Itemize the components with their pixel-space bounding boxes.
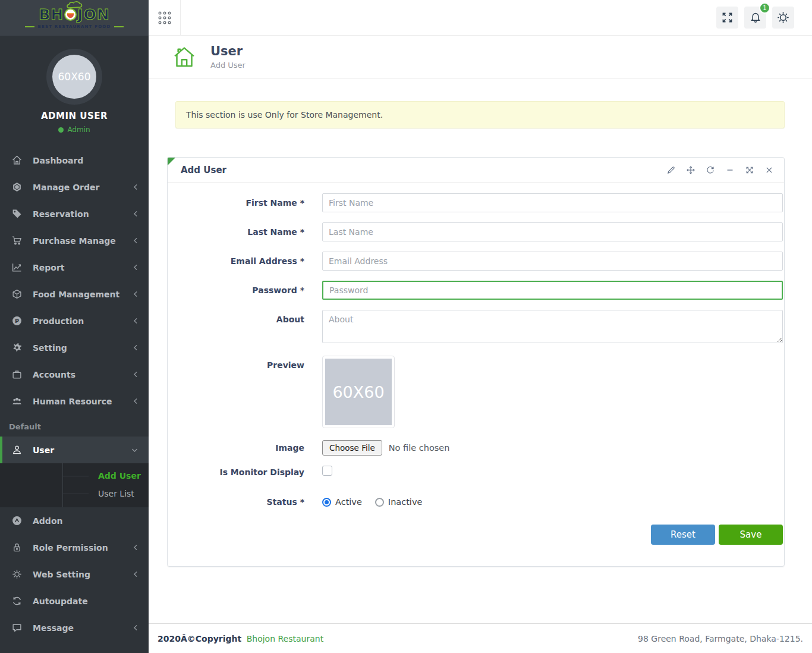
chevron-left-icon (133, 624, 138, 631)
sidebar-item-label: Autoupdate (33, 597, 138, 606)
sidebar-item-purchase-manage[interactable]: Purchase Manage (0, 227, 149, 254)
info-alert: This section is use Only for Store Manag… (175, 101, 785, 128)
choose-file-button[interactable]: Choose File (322, 440, 382, 456)
page-subtitle: Add User (210, 61, 246, 70)
avatar[interactable]: 60X60 (52, 55, 96, 99)
sidebar-item-human-resource[interactable]: Human Resource (0, 388, 149, 415)
status-radio-active[interactable]: Active (322, 497, 362, 507)
preview-label: Preview (180, 356, 322, 370)
logo[interactable]: BH JON BEST RESTAURANT FOOD (0, 0, 149, 36)
chevron-left-icon (133, 318, 138, 324)
submenu-item-user-list[interactable]: User List (0, 485, 149, 503)
topbar: 1 (149, 0, 812, 36)
content: This section is use Only for Store Manag… (149, 79, 812, 567)
status-radio-inactive[interactable]: Inactive (375, 497, 423, 507)
about-textarea[interactable] (322, 310, 783, 343)
notification-badge: 1 (759, 2, 770, 14)
chevron-left-icon (133, 237, 138, 244)
submenu-item-add-user[interactable]: Add User (0, 467, 149, 485)
gear-outline-icon (12, 569, 23, 580)
home-icon (12, 155, 23, 166)
sidebar-item-label: Setting (33, 343, 133, 353)
last-name-label: Last Name * (180, 227, 322, 237)
status-label: Status * (180, 497, 322, 507)
footer-address: 98 Green Road, Farmgate, Dhaka-1215. (638, 634, 803, 643)
collapse-icon[interactable] (726, 166, 734, 174)
circle-a-icon (12, 516, 23, 526)
move-icon[interactable] (687, 166, 695, 174)
company-link[interactable]: Bhojon Restaurant (247, 634, 323, 643)
settings-button[interactable] (772, 7, 794, 29)
chef-hat-icon (65, 0, 84, 9)
sidebar-item-addon[interactable]: Addon (0, 507, 149, 534)
sidebar-item-production[interactable]: P Production (0, 307, 149, 334)
profile-name: ADMIN USER (0, 111, 149, 121)
sidebar-item-web-setting[interactable]: Web Setting (0, 561, 149, 588)
sidebar-item-label: Message (33, 623, 133, 633)
refresh-icon (12, 596, 23, 607)
edit-icon[interactable] (667, 166, 675, 174)
main-area: 1 User Add User This section is use Only… (149, 0, 812, 653)
about-label: About (180, 310, 322, 324)
radio-label: Inactive (388, 497, 423, 507)
is-monitor-display-label: Is Monitor Display (180, 467, 322, 477)
bell-icon (750, 12, 761, 24)
chevron-left-icon (133, 344, 138, 351)
sidebar-item-label: Accounts (33, 370, 133, 379)
svg-text:P: P (15, 318, 19, 324)
sidebar-item-food-management[interactable]: Food Management (0, 281, 149, 307)
chat-icon (12, 623, 23, 633)
email-input[interactable] (322, 252, 783, 271)
sidebar-item-autoupdate[interactable]: Autoupdate (0, 588, 149, 614)
fullscreen-icon (722, 12, 733, 23)
expand-icon[interactable] (745, 166, 754, 174)
sidebar-item-manage-order[interactable]: Manage Order (0, 174, 149, 200)
reload-icon[interactable] (706, 166, 715, 174)
logo-tagline: BEST RESTAURANT FOOD (37, 24, 111, 29)
tagline-dash-left (25, 26, 34, 27)
sidebar-item-role-permission[interactable]: Role Permission (0, 534, 149, 561)
sidebar-item-dashboard[interactable]: Dashboard (0, 147, 149, 174)
sidebar: BH JON BEST RESTAURANT FOOD 60X60 ADMIN … (0, 0, 149, 653)
sidebar-item-setting[interactable]: Setting (0, 334, 149, 361)
sidebar-section-default: Default (0, 415, 149, 437)
fullscreen-button[interactable] (716, 7, 738, 29)
lock-icon (12, 542, 23, 553)
sidebar-item-report[interactable]: Report (0, 254, 149, 281)
add-user-card: Add User (167, 157, 785, 567)
chevron-down-icon (131, 448, 138, 453)
sidebar-item-message[interactable]: Message (0, 614, 149, 641)
notifications-button[interactable]: 1 (744, 7, 766, 29)
sidebar-item-label: Web Setting (33, 570, 133, 579)
sidebar-item-accounts[interactable]: Accounts (0, 361, 149, 388)
copyright-text: 2020Â©Copyright (158, 634, 241, 643)
close-icon[interactable] (765, 166, 773, 174)
preview-placeholder-text: 60X60 (332, 383, 384, 401)
chevron-left-icon (133, 211, 138, 217)
radio-checked-icon (322, 498, 331, 507)
avatar-placeholder-text: 60X60 (58, 71, 91, 83)
card-header: Add User (168, 158, 784, 183)
sidebar-item-label: Purchase Manage (33, 236, 133, 246)
is-monitor-checkbox[interactable] (322, 466, 332, 476)
sidebar-toggle-button[interactable] (149, 0, 181, 35)
chevron-left-icon (133, 184, 138, 190)
sidebar-item-label: Role Permission (33, 543, 133, 552)
footer: 2020Â©Copyright Bhojon Restaurant 98 Gre… (149, 623, 812, 653)
sidebar-item-label: Dashboard (33, 156, 138, 165)
cart-icon (12, 236, 23, 246)
first-name-input[interactable] (322, 193, 783, 212)
reset-button[interactable]: Reset (651, 525, 715, 545)
app-root: BH JON BEST RESTAURANT FOOD 60X60 ADMIN … (0, 0, 812, 653)
sidebar-item-user[interactable]: User (0, 437, 149, 463)
first-name-label: First Name * (180, 198, 322, 208)
profile-section: 60X60 ADMIN USER Admin (0, 36, 149, 142)
sidebar-item-label: Addon (33, 516, 138, 526)
sidebar-item-reservation[interactable]: Reservation (0, 200, 149, 227)
password-input[interactable] (322, 281, 783, 300)
last-name-input[interactable] (322, 222, 783, 241)
save-button[interactable]: Save (719, 525, 783, 545)
home-icon[interactable] (172, 46, 196, 68)
sidebar-item-label: Production (33, 316, 133, 326)
card-body: First Name * Last Name * Email Address *… (168, 183, 784, 566)
